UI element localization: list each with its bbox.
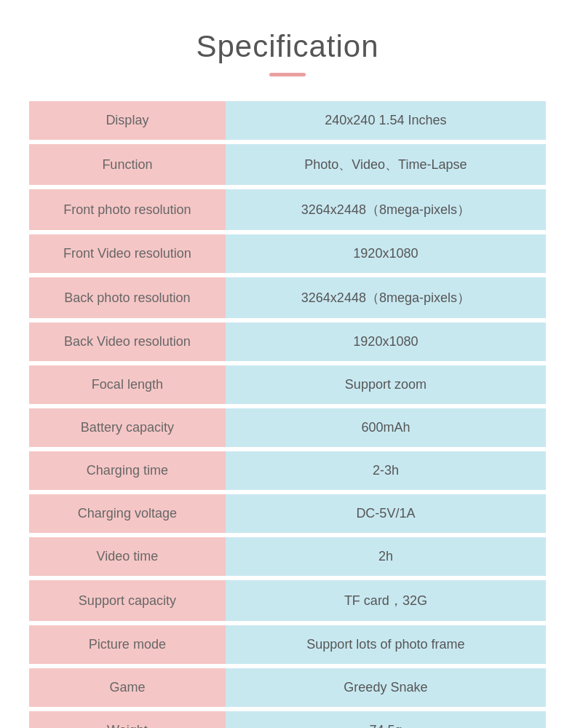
spec-value: 74.5g	[226, 711, 546, 728]
table-row: Back photo resolution3264x2448（8mega-pix…	[29, 277, 546, 318]
table-row: Support capacityTF card，32G	[29, 580, 546, 621]
table-row: Charging time2-3h	[29, 451, 546, 490]
table-row: Picture modeSupport lots of photo frame	[29, 625, 546, 664]
title-underline	[269, 73, 306, 76]
spec-label: Display	[29, 101, 226, 140]
spec-label: Focal length	[29, 365, 226, 404]
spec-value: DC-5V/1A	[226, 494, 546, 533]
table-row: Video time2h	[29, 537, 546, 576]
spec-label: Charging voltage	[29, 494, 226, 533]
spec-value: 2-3h	[226, 451, 546, 490]
table-row: Focal lengthSupport zoom	[29, 365, 546, 404]
spec-label: Weight	[29, 711, 226, 728]
spec-value: 3264x2448（8mega-pixels）	[226, 277, 546, 318]
table-row: Battery capacity600mAh	[29, 408, 546, 447]
spec-value: 2h	[226, 537, 546, 576]
spec-label: Front photo resolution	[29, 189, 226, 230]
spec-label: Game	[29, 668, 226, 707]
table-row: Display240x240 1.54 Inches	[29, 101, 546, 140]
table-row: Front Video resolution1920x1080	[29, 234, 546, 273]
table-row: Front photo resolution3264x2448（8mega-pi…	[29, 189, 546, 230]
spec-value: TF card，32G	[226, 580, 546, 621]
spec-label: Function	[29, 144, 226, 185]
spec-value: Greedy Snake	[226, 668, 546, 707]
spec-value: 240x240 1.54 Inches	[226, 101, 546, 140]
spec-table: Display240x240 1.54 InchesFunctionPhoto、…	[29, 97, 546, 728]
table-row: Weight74.5g	[29, 711, 546, 728]
spec-label: Front Video resolution	[29, 234, 226, 273]
spec-label: Picture mode	[29, 625, 226, 664]
spec-value: 1920x1080	[226, 234, 546, 273]
page-title: Specification	[196, 29, 378, 64]
spec-value: 600mAh	[226, 408, 546, 447]
spec-label: Video time	[29, 537, 226, 576]
spec-value: Support zoom	[226, 365, 546, 404]
spec-value: Photo、Video、Time-Lapse	[226, 144, 546, 185]
spec-label: Charging time	[29, 451, 226, 490]
spec-value: 1920x1080	[226, 323, 546, 361]
spec-value: 3264x2448（8mega-pixels）	[226, 189, 546, 230]
spec-label: Battery capacity	[29, 408, 226, 447]
spec-value: Support lots of photo frame	[226, 625, 546, 664]
spec-label: Back photo resolution	[29, 277, 226, 318]
table-row: GameGreedy Snake	[29, 668, 546, 707]
spec-label: Support capacity	[29, 580, 226, 621]
table-row: Back Video resolution1920x1080	[29, 323, 546, 361]
table-row: Charging voltageDC-5V/1A	[29, 494, 546, 533]
spec-label: Back Video resolution	[29, 323, 226, 361]
table-row: FunctionPhoto、Video、Time-Lapse	[29, 144, 546, 185]
